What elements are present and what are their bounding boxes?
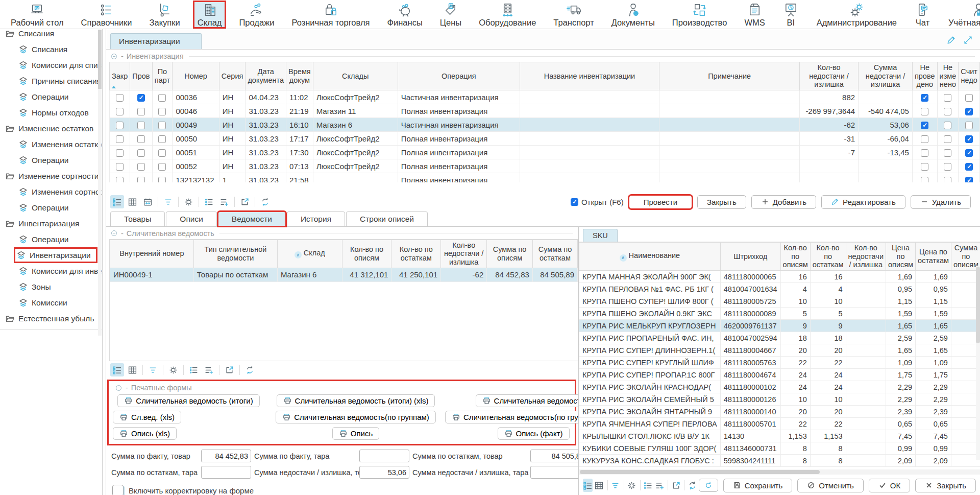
row-checkbox[interactable]	[944, 122, 951, 129]
nav-item-desktop[interactable]: Рабочий стол	[7, 2, 67, 28]
table-row[interactable]: 00049ИН31.03.2316:10Магазин 6Частичная и…	[110, 118, 980, 132]
table-row[interactable]: КРЫЛЫШКИ СТОЛ.ЛЮКС К/В В/У 1К141301,1531…	[579, 430, 980, 442]
close-icon[interactable]	[186, 38, 193, 45]
column-header[interactable]: Дата документа	[246, 62, 286, 90]
total-shortage-goods-input[interactable]	[359, 466, 409, 479]
row-checkbox[interactable]	[158, 122, 166, 129]
sidebar-scrollbar[interactable]	[98, 29, 102, 336]
row-checkbox[interactable]	[944, 108, 951, 115]
row-checkbox[interactable]	[944, 163, 951, 171]
print-sheet-button[interactable]: Сличительная ведомость	[476, 394, 578, 407]
table-row[interactable]: 00052ИН31.03.2307:13ЛюксСофтТрейд2Полная…	[110, 159, 980, 173]
sidebar-folder-estestvennaya-ubyl[interactable]: Естественная убыль	[0, 311, 102, 326]
print-opis-button[interactable]: Опись	[332, 427, 379, 440]
print-sheet-totals-button[interactable]: Сличительная ведомость (итоги)	[117, 394, 259, 407]
row-checkbox[interactable]	[944, 149, 951, 157]
table-row[interactable]: КУКУРУЗА КОНС.СЛАДКАЯ ГЛОБУС :5998304241…	[579, 455, 980, 467]
table-row[interactable]: 00050ИН31.03.2317:17ЛюксСофтТрейд2Полная…	[110, 132, 980, 146]
print-sheet-totals-xls-button[interactable]: Сличительная ведомость (итоги) (xls)	[277, 394, 435, 407]
row-checkbox[interactable]	[158, 94, 166, 102]
sidebar-item-komissii[interactable]: Комиссии	[0, 295, 102, 311]
nav-item-production[interactable]: Производство	[669, 2, 731, 28]
edit-button[interactable]: Редактировать	[821, 195, 905, 209]
filter-button[interactable]	[146, 363, 160, 376]
column-header[interactable]: ∧Наименование	[579, 243, 721, 271]
table-row[interactable]: КРУПА РИС СУПЕР! ДЛИННОЗЕРН.1(4811180004…	[579, 344, 980, 357]
total-stock-tare-input[interactable]	[201, 466, 251, 479]
nav-item-wms[interactable]: WMS	[741, 2, 768, 28]
table-row[interactable]: 00036ИН04.04.2311:02ЛюксСофтТрейд2Частич…	[110, 90, 980, 104]
nav-item-catalogs[interactable]: Справочники	[78, 2, 136, 28]
table-row[interactable]: КРУПА РИС МЕЛЬКРУП КРУГЛОЗЕРН46200097611…	[579, 320, 980, 332]
sidebar-item-normy-othodov[interactable]: Нормы отходов	[0, 105, 102, 121]
sidebar-folder-izmenenie-ostatkov[interactable]: Изменение остатков	[0, 121, 102, 136]
row-checkbox[interactable]	[158, 163, 166, 171]
tab-inventarizacii[interactable]: Инвентаризации	[110, 33, 202, 49]
tab-tovary[interactable]: Товары	[110, 211, 165, 226]
row-checkbox[interactable]	[137, 177, 145, 182]
row-checkbox[interactable]	[965, 149, 973, 157]
open-external-button[interactable]	[223, 363, 236, 376]
settings-button[interactable]	[627, 479, 636, 492]
table-row[interactable]: КРУПА ПШЕНО ЭКОЛАЙН 0.9КГ ЭКС48111800000…	[579, 308, 980, 320]
tab-sku[interactable]: SKU	[583, 229, 618, 242]
row-checkbox[interactable]	[921, 149, 928, 157]
row-checkbox[interactable]	[116, 108, 124, 115]
table-row[interactable]: КУБИКИ СОЕВЫЕ ГУЛЯШ 100Г ЗДОР(4811346000…	[579, 442, 980, 455]
numbered-list-button[interactable]	[643, 479, 653, 492]
post-button[interactable]: Провести	[629, 195, 692, 209]
table-row[interactable]: КРУПА РИС СУПЕР! ПРОПАР.1С 800Г481118000…	[579, 369, 980, 381]
table-row[interactable]: 00051ИН31.03.2317:30ЛюксСофтТрейд2Полная…	[110, 146, 980, 159]
table-row[interactable]: КРУПА ПЕРЛОВАЯ №1 ФАС. РБ 1КГ (481004700…	[579, 283, 980, 295]
collapse-icon[interactable]	[115, 384, 122, 392]
table-grid-button[interactable]	[594, 479, 604, 492]
sku-horizontal-scrollbar[interactable]	[579, 469, 980, 475]
expand-icon[interactable]	[963, 35, 973, 45]
tab-stroki-opisej[interactable]: Строки описей	[346, 211, 428, 226]
list-view-button[interactable]	[110, 195, 124, 208]
table-row[interactable]: ИН00049-1Товары по остаткамМагазин 641 3…	[110, 268, 578, 281]
row-checkbox[interactable]	[158, 108, 166, 115]
sidebar-item-prichiny-spisaniya[interactable]: Причины списания	[0, 73, 102, 89]
scrollbar-thumb[interactable]	[98, 30, 102, 89]
column-header[interactable]: Кол-во недостачи / излишка	[800, 62, 859, 90]
add-button[interactable]: Добавить	[751, 195, 816, 209]
table-row[interactable]: КРУПА ПШЕНО СУПЕР! ШЛИФ 800Г (4811180005…	[579, 295, 980, 308]
repeat-button[interactable]	[258, 195, 272, 208]
row-checkbox[interactable]	[965, 135, 973, 143]
column-header[interactable]: Кол-во по остаткам	[391, 240, 441, 268]
table-row[interactable]: КРУПА ЯЧМЕННАЯ СУПЕР! ПЕРЛОВА48111800057…	[579, 418, 980, 430]
save-button[interactable]: Сохранить	[723, 479, 793, 492]
row-checkbox[interactable]	[921, 163, 928, 171]
tab-vedomosti[interactable]: Ведомости	[218, 211, 286, 226]
sidebar-item-spisaniya[interactable]: Списания	[0, 41, 102, 57]
table-row[interactable]: КРУПА РИС СУПЕР! КРУГЛЫЙ ШЛИФ48111800057…	[579, 357, 980, 369]
sidebar-item-izmeneniya-ostatkov[interactable]: Изменения остатков	[0, 136, 102, 152]
row-checkbox[interactable]	[137, 135, 145, 143]
column-header[interactable]: По парт	[152, 62, 173, 90]
row-checkbox[interactable]	[921, 135, 928, 143]
print-sheet-groups-button[interactable]: Сличительная ведомость(по группам)	[276, 411, 436, 423]
sidebar-folder-inventarizaciya[interactable]: Инвентаризация	[0, 216, 102, 231]
table-row[interactable]: 132132132131.03.2321:58Полная инвентариз…	[110, 173, 980, 182]
nav-item-documents[interactable]: Документы	[608, 2, 658, 28]
table-row[interactable]: 00046ИН31.03.2321:19Магазин 11Полная инв…	[110, 104, 980, 118]
repeat-button[interactable]	[243, 363, 257, 376]
collapse-icon[interactable]	[110, 229, 118, 237]
column-header[interactable]: Цена по остаткам	[916, 243, 951, 271]
sidebar-item-zony[interactable]: Зоны	[0, 279, 102, 295]
sidebar-item-operacii-2[interactable]: Операции	[0, 152, 102, 168]
row-checkbox[interactable]	[965, 94, 973, 102]
row-checkbox[interactable]	[158, 177, 166, 182]
nav-item-transport[interactable]: Транспорт	[550, 2, 597, 28]
collapse-icon[interactable]	[110, 53, 118, 60]
open-external-button[interactable]	[671, 479, 680, 492]
nav-item-retail[interactable]: Розничная торговля	[288, 2, 373, 28]
nav-item-bi[interactable]: BI	[779, 2, 803, 28]
row-checkbox[interactable]	[158, 135, 166, 143]
ok-button[interactable]: ОК	[869, 479, 910, 492]
row-checkbox[interactable]	[116, 149, 124, 157]
open-f6-checkbox[interactable]	[571, 198, 578, 206]
row-checkbox[interactable]	[965, 177, 973, 182]
table-grid-button[interactable]	[126, 195, 139, 208]
